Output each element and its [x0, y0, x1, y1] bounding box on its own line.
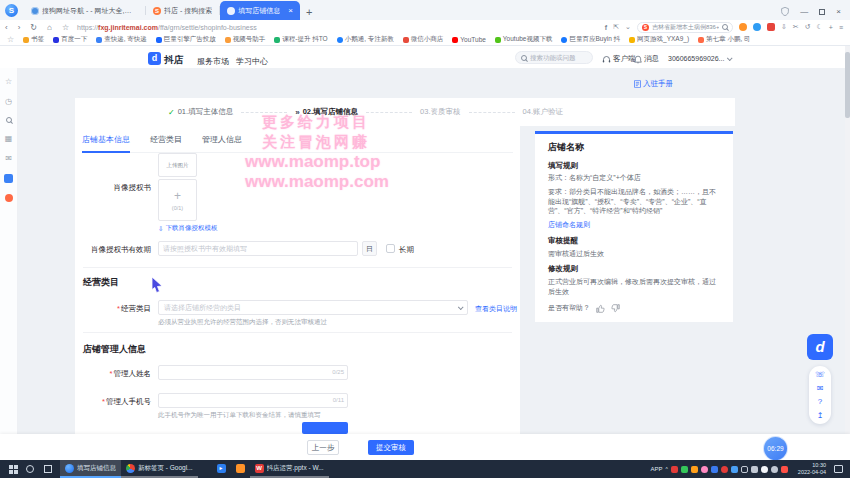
validity-input[interactable]: [158, 241, 358, 256]
browser-tab-nav-site[interactable]: 搜狗网址导航 - - 网址大全,实用网址: [24, 1, 145, 20]
share-icon[interactable]: ⇱: [613, 23, 619, 31]
tray-icon[interactable]: [731, 466, 738, 473]
tray-monitor-icon[interactable]: [741, 466, 748, 473]
nav-service-market[interactable]: 服务市场: [197, 56, 229, 67]
menu-hamburger-icon[interactable]: ≡: [839, 24, 843, 31]
proxy-icon[interactable]: [753, 23, 761, 31]
start-button-icon[interactable]: [9, 465, 18, 474]
tray-icon[interactable]: [701, 466, 708, 473]
bookmark-item[interactable]: 书签: [23, 35, 44, 44]
tray-icon[interactable]: [671, 466, 678, 473]
screenshot-scissors-icon[interactable]: ✂: [793, 23, 799, 31]
close-window-button[interactable]: ×: [836, 8, 841, 16]
maximize-button[interactable]: [819, 9, 825, 15]
page-scrollbar-thumb[interactable]: [845, 52, 850, 118]
dropdown-chevron-icon[interactable]: ⌄: [625, 23, 631, 31]
back-icon[interactable]: ‹: [0, 23, 13, 32]
site-search-input[interactable]: [530, 54, 590, 61]
tray-expand-chevron-icon[interactable]: ^: [666, 466, 668, 472]
tray-icon[interactable]: [681, 466, 688, 473]
bookmark-item[interactable]: 小鹅通, 专注新教: [337, 35, 394, 44]
bookmark-item[interactable]: 查快递, 寄快递: [96, 35, 147, 44]
tray-icon[interactable]: [781, 466, 788, 473]
security-shield-icon[interactable]: [781, 7, 789, 16]
action-center-icon[interactable]: [834, 465, 843, 473]
tab-manager-info[interactable]: 管理人信息: [202, 134, 242, 145]
bookmark-star-icon[interactable]: ☆: [57, 23, 74, 32]
taskbar-app-photos[interactable]: ▸: [212, 460, 231, 478]
help-question-icon[interactable]: ?: [818, 397, 822, 406]
doudian-logo-icon[interactable]: d: [148, 52, 161, 65]
thumbs-up-icon[interactable]: [596, 304, 605, 313]
browser-tab-search[interactable]: S 抖店 - 搜狗搜索: [146, 1, 219, 20]
download-icon[interactable]: ⇩: [781, 23, 787, 31]
bookmark-item[interactable]: 视频号助手: [225, 35, 266, 44]
night-mode-moon-icon[interactable]: ☾: [817, 23, 823, 31]
favorites-star-icon[interactable]: ☆: [5, 77, 12, 86]
site-search-box[interactable]: [515, 51, 593, 64]
submit-review-button[interactable]: 提交审核: [368, 440, 414, 455]
bookmark-item[interactable]: 巨量百应Buyin 抖: [561, 35, 620, 44]
naming-rules-link[interactable]: 店铺命名规则: [548, 220, 720, 230]
thumbs-down-icon[interactable]: [611, 304, 620, 313]
doudian-float-logo-icon[interactable]: d: [807, 334, 833, 360]
feedback-mail-icon[interactable]: ✉: [817, 384, 824, 393]
search-icon[interactable]: [722, 24, 728, 30]
tray-mic-icon[interactable]: [761, 466, 768, 473]
forward-icon[interactable]: ›: [13, 23, 26, 32]
bookmark-item[interactable]: 百度一下: [53, 35, 87, 44]
portrait-upload-box[interactable]: + (0/1): [158, 179, 197, 221]
bookmark-item[interactable]: YouTube: [452, 36, 486, 43]
game-center-icon[interactable]: [739, 23, 747, 31]
cortana-search-icon[interactable]: [26, 465, 34, 473]
minimize-button[interactable]: —: [800, 8, 808, 16]
account-menu[interactable]: 3060665969026...: [668, 55, 731, 62]
search-icon[interactable]: [6, 117, 12, 123]
category-select[interactable]: 请选择店铺所经营的类目: [158, 300, 468, 315]
category-doc-link[interactable]: 查看类目说明: [475, 304, 517, 314]
hot-search-box[interactable]: S 吉林省新增本土病例836+: [637, 22, 733, 33]
back-to-top-icon[interactable]: ↥: [817, 411, 824, 420]
taskbar-clock[interactable]: 10:30 2022-04-04: [798, 462, 826, 476]
tray-icon[interactable]: [691, 466, 698, 473]
tray-shield-icon[interactable]: [711, 466, 718, 473]
longterm-checkbox[interactable]: [386, 244, 395, 253]
apps-grid-icon[interactable]: ▦: [5, 134, 13, 143]
extension-shortcut-icon[interactable]: [5, 194, 13, 202]
download-template-link[interactable]: ⇩ 下载肖像授权模板: [158, 224, 217, 233]
tray-icon[interactable]: [721, 466, 728, 473]
client-link[interactable]: 客户端: [602, 54, 636, 64]
fetion-icon[interactable]: f: [605, 24, 607, 31]
weibo-icon[interactable]: [767, 23, 775, 31]
task-view-icon[interactable]: [44, 465, 52, 473]
taskbar-app-sogou[interactable]: 填写店铺信息: [60, 460, 121, 478]
tab-shop-basic-info[interactable]: 店铺基本信息: [82, 134, 130, 145]
nav-learning-center[interactable]: 学习中心: [236, 56, 268, 67]
add-extension-icon[interactable]: +: [829, 24, 833, 31]
bookmark-item[interactable]: Youtube视频下载: [495, 35, 553, 44]
tray-volume-icon[interactable]: [751, 466, 758, 473]
settle-manual-link[interactable]: 入驻手册: [634, 79, 673, 89]
url-text[interactable]: https://fxg.jinritemai.com/ffa/grn/settl…: [77, 24, 257, 31]
upload-image-box[interactable]: 上传图片: [158, 153, 197, 177]
new-tab-button[interactable]: +: [300, 6, 318, 20]
previous-step-button[interactable]: 上一步: [307, 440, 339, 455]
customer-service-icon[interactable]: ☏: [815, 370, 825, 379]
bookmark-item[interactable]: 微信小商店: [403, 35, 444, 44]
bookmark-item[interactable]: 网页游戏_YXA9_): [629, 35, 689, 44]
recording-timer-bubble[interactable]: 06:29: [763, 436, 788, 461]
sogou-browser-logo-icon[interactable]: S: [5, 4, 18, 17]
taskbar-app-wps-doc[interactable]: W 抖店运营.pptx - W...: [250, 460, 329, 478]
manager-phone-input[interactable]: [158, 393, 348, 408]
browser-tab-active[interactable]: 填写店铺信息 ×: [220, 1, 300, 20]
bookmarks-star-icon[interactable]: ☆: [7, 35, 14, 44]
home-icon[interactable]: ⌂: [42, 23, 57, 32]
tray-usb-icon[interactable]: [771, 466, 778, 473]
extension-shortcut-icon[interactable]: [4, 174, 13, 183]
scrolled-submit-button-partial[interactable]: [302, 422, 348, 434]
message-link[interactable]: 消息: [634, 54, 659, 64]
manager-name-input[interactable]: [158, 365, 348, 380]
history-clock-icon[interactable]: ◷: [5, 97, 12, 106]
bookmark-item[interactable]: 第七章 小鹏, 司: [698, 35, 750, 44]
taskbar-app-chrome[interactable]: 新标签页 - Googl...: [121, 460, 198, 478]
